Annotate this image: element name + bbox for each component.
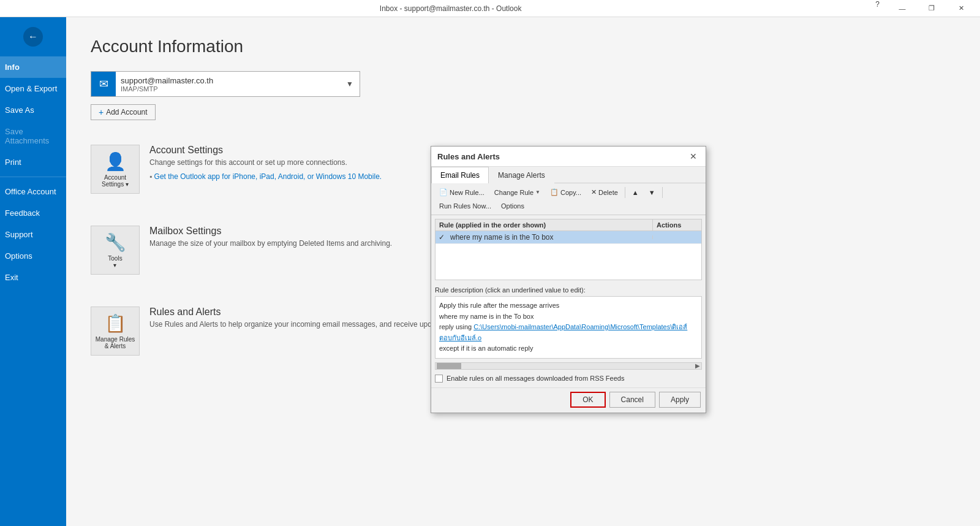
rule-desc-line-3: reply using C:\Users\mobi-mailmaster\App… [439, 322, 698, 343]
window-controls: ? — ❐ ✕ [868, 0, 975, 17]
rule-desc-line-2: where my name is in the To box [439, 311, 698, 322]
sidebar-item-support[interactable]: Support [0, 224, 66, 245]
rule-description-label: Rule description (click an underlined va… [431, 284, 706, 296]
sidebar-divider [0, 177, 66, 177]
change-rule-label: Change Rule [494, 189, 533, 196]
add-account-button[interactable]: + Add Account [91, 104, 156, 120]
toolbar-separator [625, 187, 625, 198]
sidebar-item-open-export[interactable]: Open & Export [0, 78, 66, 99]
new-rule-icon: 📄 [439, 188, 448, 196]
delete-button[interactable]: ✕ Delete [587, 186, 622, 199]
rules-alerts-icon-box[interactable]: 📋 Manage Rules& Alerts [91, 307, 140, 356]
delete-label: Delete [598, 189, 618, 196]
rules-alerts-dialog: Rules and Alerts ✕ Email Rules Manage Al… [431, 146, 706, 413]
dialog-title: Rules and Alerts [437, 152, 500, 161]
dialog-close-button[interactable]: ✕ [687, 150, 699, 162]
toolbar-separator-2 [662, 187, 663, 198]
sidebar-item-print[interactable]: Print [0, 151, 66, 173]
rules-header-actions: Actions [652, 219, 701, 231]
rule-actions-1 [652, 235, 701, 239]
sidebar-item-info[interactable]: Info [0, 56, 66, 78]
rules-list-header: Rule (applied in the order shown) Action… [435, 219, 701, 231]
sidebar-item-exit[interactable]: Exit [0, 267, 66, 288]
scrollbar-right-arrow: ▶ [695, 362, 701, 369]
options-button[interactable]: Options [497, 200, 529, 212]
manage-rules-icon-label: Manage Rules& Alerts [96, 336, 135, 349]
rule-description-box: Apply this rule after the message arrive… [435, 296, 702, 359]
close-button[interactable]: ✕ [947, 0, 975, 17]
sidebar: ← Info Open & Export Save As Save Attach… [0, 17, 66, 526]
back-button[interactable]: ← [23, 27, 43, 47]
move-down-button[interactable]: ▼ [644, 186, 660, 199]
copy-label: Copy... [560, 189, 581, 196]
rule-desc-scrollbar[interactable]: ▶ [435, 362, 702, 370]
account-icon-glyph: ✉ [99, 77, 108, 91]
dialog-buttons: OK Cancel Apply [431, 387, 706, 413]
run-rules-now-button[interactable]: Run Rules Now... [435, 200, 496, 212]
account-email: support@mailmaster.co.th [121, 76, 335, 85]
sidebar-item-office-account[interactable]: Office Account [0, 181, 66, 202]
rss-checkbox-label: Enable rules on all messages downloaded … [447, 375, 624, 382]
dialog-titlebar: Rules and Alerts ✕ [431, 147, 706, 167]
app-body: ← Info Open & Export Save As Save Attach… [0, 17, 980, 526]
delete-icon: ✕ [591, 188, 597, 196]
account-icon: ✉ [91, 72, 116, 96]
rss-checkbox-row: Enable rules on all messages downloaded … [431, 372, 706, 387]
tab-email-rules[interactable]: Email Rules [431, 167, 489, 183]
account-type: IMAP/SMTP [121, 85, 335, 93]
ok-button[interactable]: OK [570, 392, 605, 408]
sidebar-item-save-attachments[interactable]: Save Attachments [0, 121, 66, 151]
rules-toolbar: 📄 New Rule... Change Rule ▼ 📋 Copy... ✕ … [431, 183, 706, 215]
help-button[interactable]: ? [868, 0, 887, 17]
sidebar-item-options[interactable]: Options [0, 245, 66, 267]
account-dropdown[interactable]: ✉ support@mailmaster.co.th IMAP/SMTP ▼ [91, 71, 360, 97]
titlebar: Inbox - support@mailmaster.co.th - Outlo… [0, 0, 980, 17]
change-rule-arrow-icon: ▼ [535, 189, 540, 195]
page-title: Account Information [91, 37, 956, 56]
tools-icon: 🔧 [105, 232, 126, 253]
apply-button[interactable]: Apply [659, 392, 701, 408]
move-up-button[interactable]: ▲ [628, 186, 643, 199]
copy-icon: 📋 [550, 188, 559, 196]
rule-desc-line-4: except if it is an automatic reply [439, 343, 698, 354]
cancel-button[interactable]: Cancel [609, 392, 655, 408]
plus-icon: + [99, 107, 104, 117]
restore-button[interactable]: ❐ [918, 0, 946, 17]
copy-button[interactable]: 📋 Copy... [546, 186, 586, 199]
sidebar-item-save-as[interactable]: Save As [0, 99, 66, 121]
rule-row-1[interactable]: ✓ where my name is in the To box [435, 231, 701, 244]
account-settings-icon: 👤 [105, 151, 126, 172]
rule-desc-link[interactable]: C:\Users\mobi-mailmaster\AppData\Roaming… [439, 323, 687, 341]
rules-header-name: Rule (applied in the order shown) [435, 219, 652, 231]
account-settings-link[interactable]: Get the Outlook app for iPhone, iPad, An… [149, 172, 382, 181]
dialog-tabs: Email Rules Manage Alerts [431, 167, 706, 183]
change-rule-button[interactable]: Change Rule ▼ [490, 186, 545, 199]
new-rule-button[interactable]: 📄 New Rule... [435, 186, 489, 199]
new-rule-label: New Rule... [450, 189, 484, 196]
sidebar-item-feedback[interactable]: Feedback [0, 202, 66, 224]
rule-name-1: where my name is in the To box [448, 231, 652, 243]
account-settings-icon-box[interactable]: 👤 AccountSettings ▾ [91, 145, 140, 194]
rule-check-1[interactable]: ✓ [435, 233, 448, 242]
manage-rules-icon: 📋 [105, 313, 126, 334]
minimize-button[interactable]: — [888, 0, 916, 17]
rss-checkbox[interactable] [435, 375, 443, 383]
mailbox-settings-icon-box[interactable]: 🔧 Tools▾ [91, 226, 140, 275]
main-content: Account Information ✉ support@mailmaster… [66, 17, 980, 526]
dropdown-arrow-icon: ▼ [340, 80, 360, 88]
rule-desc-line-1: Apply this rule after the message arrive… [439, 300, 698, 311]
tools-icon-label: Tools▾ [108, 255, 122, 269]
add-account-label: Add Account [106, 108, 147, 116]
account-settings-icon-label: AccountSettings ▾ [102, 174, 129, 188]
tab-manage-alerts[interactable]: Manage Alerts [489, 167, 554, 183]
rules-list[interactable]: Rule (applied in the order shown) Action… [435, 219, 702, 280]
window-title: Inbox - support@mailmaster.co.th - Outlo… [33, 4, 868, 13]
rule-desc-scrollbar-thumb [437, 363, 461, 369]
account-info: support@mailmaster.co.th IMAP/SMTP [116, 74, 340, 95]
